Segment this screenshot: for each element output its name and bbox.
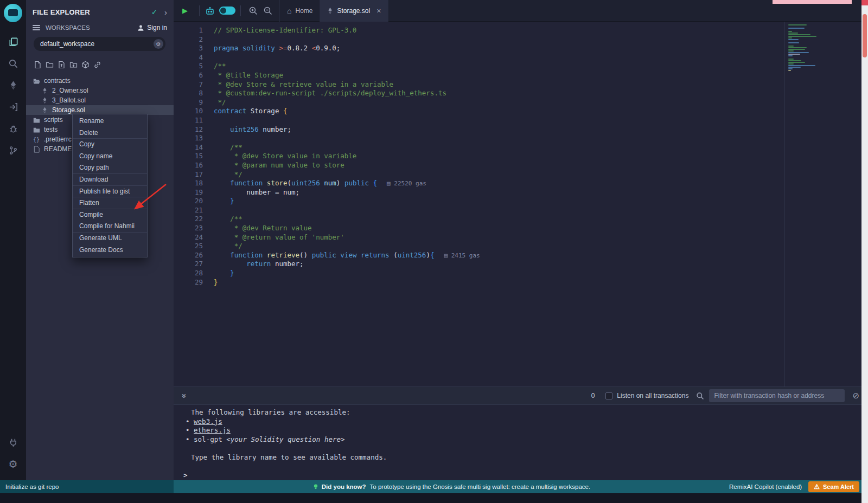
terminal-line	[183, 462, 868, 471]
folder-icon	[33, 126, 40, 133]
transaction-count: 0	[591, 392, 595, 399]
line-number: 14	[174, 143, 203, 152]
code-line: function store(uint256 num) public {▤ 22…	[214, 179, 480, 188]
line-number: 4	[174, 53, 203, 62]
link-icon[interactable]	[93, 61, 101, 69]
code-line	[214, 35, 480, 44]
plugin-manager-rail-icon[interactable]	[0, 431, 26, 453]
remix-ide: ⚙ FILE EXPLORER ✓ › WORKSPACES Sign in d…	[0, 0, 868, 503]
workspaces-label: WORKSPACES	[46, 24, 133, 31]
line-number: 25	[174, 242, 203, 251]
solidity-compiler-rail-icon[interactable]	[0, 74, 26, 96]
file-explorer-rail-icon[interactable]	[0, 31, 26, 53]
run-script-button[interactable]: ▶	[182, 7, 188, 15]
workspace-select[interactable]: default_workspace ⚙	[34, 37, 165, 51]
gear-icon: ⚙	[8, 459, 17, 469]
code-content: // SPDX-License-Identifier: GPL-3.0pragm…	[214, 26, 480, 287]
folder-icon	[33, 117, 40, 124]
workspace-options-icon[interactable]: ⚙	[154, 39, 163, 49]
deploy-and-run-rail-icon[interactable]	[0, 96, 26, 118]
upload-folder-icon[interactable]	[69, 61, 78, 69]
collapse-terminal-icon[interactable]: »	[180, 394, 189, 398]
status-right: RemixAI Copilot (enabled) ⚠ Scam Alert	[729, 481, 868, 492]
source-control-rail-icon[interactable]	[0, 139, 26, 161]
terminal-line: The following libraries are accessible:	[183, 408, 868, 417]
new-folder-icon[interactable]	[46, 61, 54, 69]
debugger-rail-icon[interactable]	[0, 118, 26, 139]
menu-icon[interactable]	[33, 25, 40, 30]
code-line: */	[214, 242, 480, 251]
context-menu-item-copy[interactable]: Copy	[73, 139, 147, 151]
copilot-toggle[interactable]	[219, 7, 235, 15]
remix-logo[interactable]	[4, 4, 22, 22]
tree-item-3-ballot-sol[interactable]: 3_Ballot.sol	[26, 95, 174, 105]
divider	[240, 5, 241, 16]
context-menu-item-generate-uml[interactable]: Generate UML	[73, 233, 147, 244]
line-number: 18	[174, 179, 203, 188]
tree-item-label: contracts	[44, 77, 71, 85]
cube-icon[interactable]	[81, 61, 90, 69]
solidity-icon	[41, 87, 48, 94]
zoom-in-icon[interactable]	[248, 6, 258, 15]
tree-item-contracts[interactable]: contracts	[26, 76, 174, 86]
check-icon[interactable]: ✓	[151, 8, 157, 16]
clear-console-icon[interactable]: ⊘	[852, 391, 859, 401]
scrollbar-cap	[861, 0, 868, 5]
line-number: 20	[174, 197, 203, 206]
git-init-button[interactable]: Initialize as git repo	[0, 480, 174, 493]
context-menu-item-rename[interactable]: Rename	[73, 115, 147, 127]
context-menu-item-compile-for-nahmii[interactable]: Compile for Nahmii	[73, 221, 147, 233]
settings-rail-icon[interactable]: ⚙	[0, 453, 26, 475]
line-number: 28	[174, 269, 203, 278]
git-init-label: Initialize as git repo	[5, 483, 59, 490]
terminal-output[interactable]: The following libraries are accessible:•…	[174, 405, 868, 480]
minimap[interactable]	[788, 24, 822, 72]
gas-estimate: ▤ 22520 gas	[387, 180, 426, 187]
browser-artifact	[773, 0, 852, 4]
code-line: * @title Storage	[214, 71, 480, 80]
sign-in-button[interactable]: Sign in	[137, 24, 167, 31]
listen-checkbox[interactable]	[605, 392, 612, 399]
braces-icon: {}	[33, 137, 40, 143]
code-editor[interactable]: 1234567891011121314151617181920212223242…	[174, 22, 868, 386]
chevron-right-icon[interactable]: ›	[164, 8, 167, 17]
context-menu-item-delete[interactable]: Delete	[73, 127, 147, 139]
close-tab-icon[interactable]: ×	[376, 7, 381, 15]
gas-estimate: ▤ 2415 gas	[444, 252, 480, 259]
code-line: */	[214, 170, 480, 179]
page-scrollbar[interactable]	[861, 0, 868, 503]
panel-title: FILE EXPLORER	[33, 8, 151, 16]
tab-home[interactable]: ⌂ Home	[279, 0, 320, 22]
code-line: contract Storage {	[214, 107, 480, 116]
search-rail-icon[interactable]	[0, 53, 26, 74]
tree-item-2-owner-sol[interactable]: 2_Owner.sol	[26, 86, 174, 95]
home-icon: ⌂	[287, 7, 291, 15]
line-number: 17	[174, 170, 203, 179]
line-number: 26	[174, 251, 203, 260]
code-line: }	[214, 278, 480, 287]
terminal-line: • sol-gpt <your Solidity question here>	[183, 435, 868, 444]
copilot-status[interactable]: RemixAI Copilot (enabled)	[729, 483, 802, 490]
terminal-link[interactable]: web3.js	[194, 417, 222, 425]
tree-item-label: tests	[44, 126, 58, 133]
context-menu-item-generate-docs[interactable]: Generate Docs	[73, 244, 147, 256]
context-menu-item-copy-name[interactable]: Copy name	[73, 151, 147, 163]
minimap-divider	[784, 22, 785, 386]
upload-file-icon[interactable]	[58, 61, 66, 69]
zoom-out-icon[interactable]	[263, 6, 272, 15]
tree-item-label: README.	[44, 145, 74, 153]
tip-bold: Did you know?	[322, 483, 366, 490]
tab-storage-sol[interactable]: Storage.sol ×	[320, 0, 388, 22]
bottom-strip	[0, 493, 868, 503]
scam-alert-button[interactable]: ⚠ Scam Alert	[808, 481, 859, 492]
filter-input[interactable]	[709, 389, 845, 402]
context-menu-item-copy-path[interactable]: Copy path	[73, 162, 147, 174]
new-file-icon[interactable]	[34, 61, 42, 69]
code-line: * @dev Return value	[214, 224, 480, 233]
terminal-link[interactable]: ethers.js	[194, 426, 231, 434]
code-line: /**	[214, 62, 480, 71]
search-icon[interactable]	[696, 392, 704, 400]
line-number: 24	[174, 233, 203, 242]
scrollbar-thumb[interactable]	[863, 14, 867, 57]
listen-label: Listen on all transactions	[617, 392, 688, 399]
